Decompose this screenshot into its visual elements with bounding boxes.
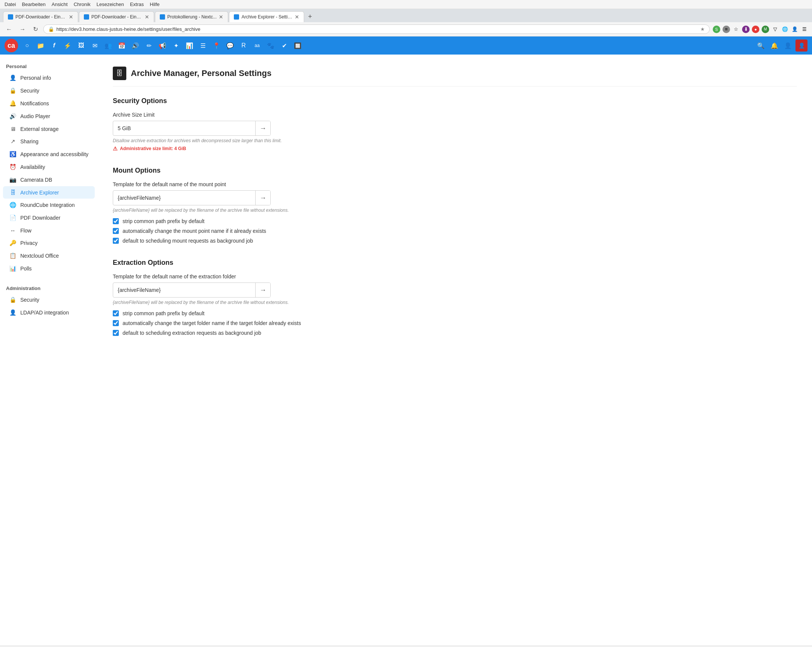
box-icon[interactable]: 🔲	[292, 40, 304, 52]
tab-close-button[interactable]: ✕	[69, 14, 73, 20]
extension-icon-6[interactable]: ▽	[771, 26, 779, 33]
contacts-header-icon[interactable]: 👤	[782, 40, 794, 52]
f-icon[interactable]: f	[48, 40, 60, 52]
sidebar-label-privacy: Privacy	[20, 240, 38, 246]
sidebar-item-availability[interactable]: ⏰ Availability	[3, 161, 95, 173]
text-icon[interactable]: aa	[251, 40, 263, 52]
calendar-icon[interactable]: 📅	[116, 40, 128, 52]
r-icon[interactable]: R	[238, 40, 250, 52]
field-hint-mount-template: {archiveFileName} will be replaced by th…	[113, 208, 797, 213]
sidebar-item-privacy[interactable]: 🔑 Privacy	[3, 237, 95, 249]
map-icon[interactable]: 📍	[211, 40, 223, 52]
announce-icon[interactable]: 📢	[156, 40, 168, 52]
contacts-icon[interactable]: 👥	[102, 40, 114, 52]
tab-close-button[interactable]: ✕	[219, 14, 223, 20]
photos-icon[interactable]: 🖼	[75, 40, 87, 52]
files-icon[interactable]: 📁	[35, 40, 47, 52]
arrow-btn-extraction-template[interactable]: →	[255, 283, 270, 297]
sidebar-label-polls: Polls	[20, 266, 32, 272]
checkbox-background-job-extract[interactable]	[113, 330, 119, 336]
checkbox-strip-common-path-mount[interactable]	[113, 218, 119, 224]
extension-icon-7[interactable]: 🌐	[781, 26, 789, 33]
reload-button[interactable]: ↻	[31, 25, 40, 34]
checkbox-item-auto-change-mount-name[interactable]: automatically change the mount point nam…	[113, 228, 797, 234]
activity-icon[interactable]: ⚡	[62, 40, 74, 52]
sidebar-item-camerata-db[interactable]: 📷 Camerata DB	[3, 173, 95, 186]
tab-close-button[interactable]: ✕	[145, 14, 149, 20]
input-archive-size-limit[interactable]	[113, 122, 255, 134]
sidebar-item-security[interactable]: 🔒 Security	[3, 84, 95, 97]
new-tab-button[interactable]: +	[305, 11, 315, 22]
menu-icon[interactable]: ☰	[801, 26, 808, 33]
audio-icon[interactable]: 🔊	[129, 40, 141, 52]
tab-close-button[interactable]: ✕	[295, 14, 299, 20]
sidebar-label-ldap: LDAP/AD integration	[20, 310, 69, 316]
checkbox-label-background-job-extract: default to scheduling extraction request…	[122, 330, 261, 336]
input-group-archive-size-limit: →	[113, 121, 271, 136]
sidebar-item-polls[interactable]: 📊 Polls	[3, 262, 95, 275]
sidebar-item-roundcube[interactable]: 🌐 RoundCube Integration	[3, 199, 95, 211]
menu-item-bearbeiten[interactable]: Bearbeiten	[22, 2, 46, 7]
star-icon[interactable]: ✦	[170, 40, 182, 52]
checkbox-auto-change-target-name[interactable]	[113, 320, 119, 326]
sidebar-item-personal-info[interactable]: 👤 Personal info	[3, 72, 95, 84]
chart-icon[interactable]: 📊	[183, 40, 195, 52]
bookmark-icon[interactable]: ☆	[732, 26, 740, 33]
extension-icon-5[interactable]: M	[762, 26, 769, 33]
arrow-btn-mount-template[interactable]: →	[255, 191, 270, 205]
mail-icon[interactable]: ✉	[89, 40, 101, 52]
list-icon[interactable]: ☰	[197, 40, 209, 52]
sidebar-item-archive-explorer[interactable]: 🗄 Archive Explorer	[3, 186, 95, 199]
edit-icon[interactable]: ✏	[143, 40, 155, 52]
checkbox-strip-common-path-extract[interactable]	[113, 310, 119, 317]
checkbox-item-strip-common-path-extract[interactable]: strip common path prefix by default	[113, 310, 797, 317]
extension-icon-1[interactable]: S	[713, 26, 720, 33]
check-icon[interactable]: ✔	[278, 40, 290, 52]
sidebar-icon-polls: 📊	[9, 265, 17, 272]
extension-icon-4[interactable]: ●	[752, 26, 759, 33]
home-icon[interactable]: ○	[21, 40, 33, 52]
extension-icon-3[interactable]: ⬇	[742, 26, 749, 33]
checkbox-item-background-job-mount[interactable]: default to scheduling mount requests as …	[113, 238, 797, 244]
checkbox-background-job-mount[interactable]	[113, 238, 119, 244]
sidebar-item-audio-player[interactable]: 🔊 Audio Player	[3, 110, 95, 122]
search-icon[interactable]: 🔍	[755, 40, 767, 52]
sidebar-item-admin-security[interactable]: 🔒 Security	[3, 294, 95, 306]
back-button[interactable]: ←	[4, 25, 14, 34]
sidebar-item-notifications[interactable]: 🔔 Notifications	[3, 97, 95, 110]
menu-item-extras[interactable]: Extras	[130, 2, 144, 7]
input-extraction-template[interactable]	[113, 284, 255, 296]
app-logo[interactable]: ca	[5, 39, 18, 52]
sidebar-item-external-storage[interactable]: 🖥 External storage	[3, 122, 95, 135]
menu-item-datei[interactable]: Datei	[5, 2, 16, 7]
menu-item-chronik[interactable]: Chronik	[74, 2, 91, 7]
extension-icon-2[interactable]: ≡	[722, 26, 730, 33]
checkbox-auto-change-mount-name[interactable]	[113, 228, 119, 234]
browser-tab-tab4[interactable]: Archive Explorer - Settin... ✕	[229, 11, 304, 22]
sidebar-item-appearance[interactable]: ♿ Appearance and accessibility	[3, 148, 95, 161]
notifications-icon[interactable]: 🔔	[768, 40, 780, 52]
browser-tab-tab1[interactable]: PDF-Downloader - Einst... ✕	[3, 11, 78, 22]
sidebar-item-sharing[interactable]: ↗ Sharing	[3, 135, 95, 148]
input-group-extraction-template: →	[113, 283, 271, 298]
checkbox-item-strip-common-path-mount[interactable]: strip common path prefix by default	[113, 218, 797, 224]
address-input[interactable]: 🔒 https://dev3.home.claus-justus-heine.d…	[43, 24, 710, 34]
extension-icon-8[interactable]: 👤	[791, 26, 798, 33]
browser-tab-tab3[interactable]: Protokollierung - Nextc... ✕	[155, 11, 228, 22]
chat-icon[interactable]: 💬	[224, 40, 236, 52]
menu-item-lesezeichen[interactable]: Lesezeichen	[97, 2, 124, 7]
avatar[interactable]: 👤	[795, 40, 807, 52]
checkbox-item-auto-change-target-name[interactable]: automatically change the target folder n…	[113, 320, 797, 326]
sidebar-item-nextcloud-office[interactable]: 📋 Nextcloud Office	[3, 249, 95, 262]
sidebar-item-pdf-downloader[interactable]: 📄 PDF Downloader	[3, 211, 95, 224]
paw-icon[interactable]: 🐾	[265, 40, 277, 52]
arrow-btn-archive-size-limit[interactable]: →	[255, 121, 270, 135]
menu-item-ansicht[interactable]: Ansicht	[52, 2, 68, 7]
input-mount-template[interactable]	[113, 192, 255, 204]
sidebar-item-ldap[interactable]: 👤 LDAP/AD integration	[3, 306, 95, 319]
checkbox-item-background-job-extract[interactable]: default to scheduling extraction request…	[113, 330, 797, 336]
browser-tab-tab2[interactable]: PDF-Downloader - Einst... ✕	[79, 11, 154, 22]
forward-button[interactable]: →	[17, 25, 28, 34]
menu-item-hilfe[interactable]: Hilfe	[150, 2, 160, 7]
sidebar-item-flow[interactable]: ↔ Flow	[3, 224, 95, 237]
